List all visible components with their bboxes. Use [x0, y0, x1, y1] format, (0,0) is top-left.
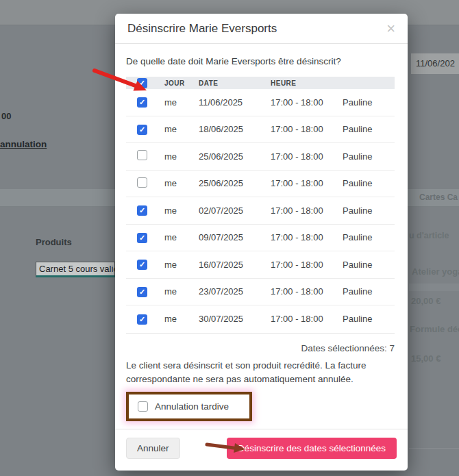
row-checkbox[interactable]: ✓	[137, 97, 147, 108]
cancel-button[interactable]: Annuler	[126, 438, 180, 459]
row-jour: me	[164, 260, 199, 270]
row-trainer: Pauline	[343, 286, 395, 297]
session-row[interactable]: ✓ me 09/07/2025 17:00 - 18:00 Pauline	[126, 225, 395, 252]
product-price-1: 20,00 €	[411, 296, 441, 306]
select-all-checkbox[interactable]: ✓	[137, 78, 147, 88]
row-date: 02/07/2025	[199, 205, 271, 216]
session-row[interactable]: ✓ me 18/06/2025 17:00 - 18:00 Pauline	[126, 116, 395, 144]
product-price-2: 15,00 €	[411, 353, 441, 364]
session-row[interactable]: ✓ me 23/07/2025 17:00 - 18:00 Pauline	[126, 279, 395, 306]
row-trainer: Pauline	[343, 178, 395, 188]
row-checkbox[interactable]	[137, 150, 147, 160]
row-trainer: Pauline	[343, 260, 395, 270]
row-heure: 17:00 - 18:00	[271, 260, 343, 270]
row-heure: 17:00 - 18:00	[271, 124, 343, 134]
row-checkbox[interactable]: ✓	[137, 205, 147, 216]
row-date: 09/07/2025	[199, 232, 271, 242]
row-jour: me	[164, 286, 199, 297]
row-trainer: Pauline	[343, 151, 395, 162]
session-row[interactable]: ✓ me 16/07/2025 17:00 - 18:00 Pauline	[126, 251, 395, 279]
background-bottom-line	[409, 448, 459, 449]
sessions-table-header: ✓ JOUR DATE HEURE	[126, 77, 395, 89]
modal-body: De quelle date doit Marie Eversports êtr…	[115, 44, 408, 421]
product-name-atelier-yoga: Atelier yoga	[412, 266, 459, 277]
tab-cartes-cadeaux[interactable]: Cartes Ca	[419, 192, 458, 202]
row-date: 23/07/2025	[199, 286, 271, 297]
row-checkbox[interactable]: ✓	[137, 233, 147, 243]
row-checkbox[interactable]	[137, 177, 147, 188]
modal-question: De quelle date doit Marie Eversports êtr…	[126, 56, 395, 66]
selected-dates-count: Dates sélectionnées: 7	[126, 343, 395, 353]
row-trainer: Pauline	[343, 97, 395, 108]
row-jour: me	[164, 314, 199, 324]
product-select[interactable]: Carnet 5 cours valid	[36, 262, 115, 277]
session-row[interactable]: ✓ me 02/07/2025 17:00 - 18:00 Pauline	[126, 197, 395, 225]
session-row[interactable]: ✓ me 11/06/2025 17:00 - 18:00 Pauline	[126, 89, 395, 116]
background-left-value: 00	[1, 111, 11, 121]
annotation-box: Annulation tardive	[126, 392, 252, 421]
row-checkbox[interactable]: ✓	[137, 125, 147, 135]
article-column-header: u d'article	[409, 231, 449, 240]
row-jour: me	[164, 124, 199, 134]
modal-header: Désinscrire Marie Eversports ×	[115, 14, 408, 44]
row-date: 25/06/2025	[199, 178, 271, 188]
late-cancellation-label: Annulation tardive	[155, 401, 229, 412]
session-row[interactable]: me 25/06/2025 17:00 - 18:00 Pauline	[126, 171, 395, 198]
row-heure: 17:00 - 18:00	[271, 232, 343, 242]
modal-footer: Annuler Désinscrire des dates sélectionn…	[115, 429, 408, 471]
row-heure: 17:00 - 18:00	[271, 286, 343, 297]
row-trainer: Pauline	[343, 124, 395, 134]
unsubscribe-modal: Désinscrire Marie Eversports × De quelle…	[115, 14, 408, 471]
row-heure: 17:00 - 18:00	[271, 151, 343, 162]
row-trainer: Pauline	[343, 205, 395, 216]
row-trainer: Pauline	[343, 232, 395, 242]
modal-title: Désinscrire Marie Eversports	[127, 22, 277, 36]
unsubscribe-notice: Le client sera désinscrit et son produit…	[126, 359, 395, 387]
row-date: 18/06/2025	[199, 124, 271, 134]
row-jour: me	[164, 178, 199, 188]
row-jour: me	[164, 151, 199, 162]
annulation-link[interactable]: annulation	[0, 139, 47, 149]
row-date: 30/07/2025	[199, 314, 271, 324]
submit-unsubscribe-button[interactable]: Désinscrire des dates sélectionnées	[227, 438, 397, 459]
close-icon[interactable]: ×	[386, 21, 395, 36]
column-header-date: DATE	[199, 79, 271, 87]
session-row[interactable]: ✓ me 30/07/2025 17:00 - 18:00 Pauline	[126, 305, 395, 333]
product-name-formule: Formule déco	[410, 324, 459, 334]
background-row-separator	[409, 284, 459, 291]
row-jour: me	[164, 97, 199, 108]
column-header-jour: JOUR	[164, 79, 199, 87]
row-trainer: Pauline	[343, 314, 395, 324]
session-row[interactable]: me 25/06/2025 17:00 - 18:00 Pauline	[126, 143, 395, 171]
row-jour: me	[164, 205, 199, 216]
session-table-body: ✓ me 11/06/2025 17:00 - 18:00 Pauline ✓ …	[126, 89, 395, 333]
sessions-table: ✓ JOUR DATE HEURE ✓ me 11/06/2025 17:00 …	[126, 77, 395, 334]
row-heure: 17:00 - 18:00	[271, 178, 343, 188]
row-checkbox[interactable]: ✓	[137, 314, 147, 325]
background-date-input[interactable]: 11/06/202	[411, 53, 459, 74]
column-header-heure: HEURE	[271, 79, 343, 87]
row-date: 11/06/2025	[199, 97, 271, 108]
row-checkbox[interactable]: ✓	[137, 287, 147, 297]
row-date: 16/07/2025	[199, 260, 271, 270]
late-cancellation-checkbox[interactable]	[138, 401, 148, 412]
row-checkbox[interactable]: ✓	[137, 260, 147, 270]
row-heure: 17:00 - 18:00	[271, 205, 343, 216]
row-date: 25/06/2025	[199, 151, 271, 162]
row-jour: me	[164, 232, 199, 242]
row-heure: 17:00 - 18:00	[271, 97, 343, 108]
products-label: Produits	[36, 237, 72, 247]
row-heure: 17:00 - 18:00	[271, 314, 343, 324]
